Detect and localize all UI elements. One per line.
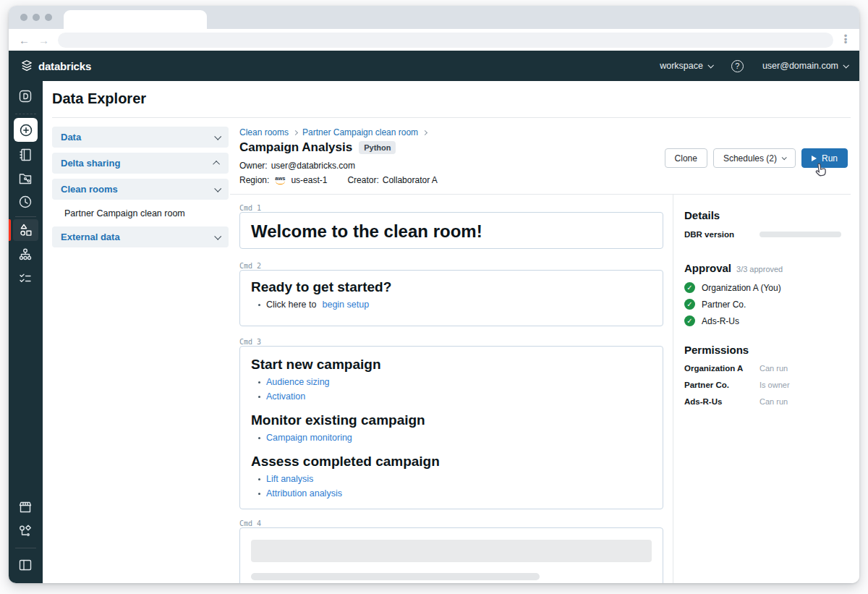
cell-heading: Assess completed campaign [251,454,652,470]
back-arrow-icon[interactable]: ← [19,35,30,46]
divider [673,194,673,583]
nav-item-clean-rooms[interactable]: Clean rooms [52,179,229,200]
dbr-version-label: DBR version [684,230,734,239]
permission-name: Ads-R-Us [684,397,722,406]
cell-heading: Start new campaign [251,357,652,373]
data-explorer-shapes-icon[interactable] [13,219,38,241]
nav-item-label: Clean rooms [61,184,118,195]
divider [230,194,851,195]
nav-item-partner-campaign-clean-room[interactable]: Partner Campaign clean room [52,205,229,222]
audience-sizing-link[interactable]: Audience sizing [266,377,330,387]
workspace-switcher[interactable]: workspace [660,61,712,71]
chevron-down-icon [782,155,787,160]
placeholder-block [251,540,652,562]
user-menu[interactable]: user@domain.com [762,61,848,71]
approval-header: Approval 3/3 approved [684,262,783,274]
nav-item-data[interactable]: Data [52,127,229,148]
traffic-lights [20,14,52,21]
marketplace-storefront-icon[interactable] [17,499,33,515]
nav-item-label: Data [61,132,81,143]
workspace-notebook-icon[interactable] [17,147,33,163]
partner-connect-shapes-icon[interactable] [17,523,33,539]
browser-navbar: ← → ••• [9,29,859,51]
creator-label: Creator: [347,175,378,185]
chevron-down-icon [214,185,221,192]
schedules-button[interactable]: Schedules (2) [713,148,796,168]
tasks-checklist-icon[interactable] [17,271,33,287]
databricks-d-icon[interactable] [17,88,33,104]
workflows-orgchart-icon[interactable] [17,247,33,263]
aws-logo-icon: aws [273,177,286,184]
cell-bullet-row: Campaign monitoring [258,433,652,443]
recents-clock-icon[interactable] [17,194,33,210]
owner-line: Owner: user@databricks.com [239,161,355,171]
details-title: Details [684,209,720,221]
check-icon: ✓ [684,282,695,293]
attribution-analysis-link[interactable]: Attribution analysis [266,488,342,498]
notebook-actions: Clone Schedules (2) Run [665,148,848,168]
user-email: user@domain.com [762,61,838,71]
window-minimize-icon[interactable] [33,14,40,21]
approval-title: Approval [684,262,731,274]
window-zoom-icon[interactable] [45,14,52,21]
window-close-icon[interactable] [20,14,27,21]
approver-row: ✓ Organization A (You) [684,282,781,293]
databricks-logo[interactable]: databricks [20,59,91,72]
divider [15,216,36,217]
help-icon[interactable]: ? [731,60,744,72]
cell-bullet-row: Click here to begin setup [258,300,652,310]
approver-row: ✓ Partner Co. [684,299,746,310]
browser-menu-icon[interactable]: ••• [842,35,849,46]
breadcrumb-link[interactable]: Partner Campaign clean room [302,127,418,137]
cell-section: Monitor existing campaign Campaign monit… [251,412,652,443]
placeholder-bar [251,573,540,580]
cell-bullet-row: Audience sizing [258,377,652,387]
notebook-cell-1[interactable]: Welcome to the clean room! [239,212,663,249]
notebook-cell-3[interactable]: Start new campaign Audience sizing Activ… [239,346,663,509]
bullet-icon [258,478,260,480]
approver-name: Ads-R-Us [702,316,739,326]
nav-item-delta-sharing[interactable]: Delta sharing [52,153,229,174]
cell-section: Start new campaign Audience sizing Activ… [251,357,652,402]
cell-heading: Monitor existing campaign [251,412,652,428]
begin-setup-link[interactable]: begin setup [322,300,369,310]
clone-button[interactable]: Clone [665,148,707,168]
approver-row: ✓ Ads-R-Us [684,315,739,326]
nav-item-external-data[interactable]: External data [52,226,229,247]
region-label: Region: [239,175,269,185]
check-icon: ✓ [684,315,695,326]
dbr-version-placeholder [760,232,841,237]
forward-arrow-icon[interactable]: → [38,35,49,46]
region-value: us-east-1 [291,175,327,185]
cmd-label: Cmd 1 [239,204,261,212]
cell-heading: Ready to get started? [251,279,652,295]
language-badge: Python [359,141,396,154]
panel-toggle-icon[interactable] [17,557,33,573]
url-bar[interactable] [58,33,833,48]
campaign-monitoring-link[interactable]: Campaign monitoring [266,433,352,443]
check-icon: ✓ [684,299,695,310]
activation-link[interactable]: Activation [266,391,305,402]
repos-folder-icon[interactable] [17,171,33,187]
permissions-title: Permissions [684,344,749,356]
browser-tab[interactable] [64,10,207,29]
bullet-icon [258,396,260,398]
page-title: Data Explorer [52,90,146,107]
cell-bullet-row: Attribution analysis [258,488,652,498]
chevron-down-icon [707,62,713,68]
run-button[interactable]: Run [801,148,848,168]
bullet-text: Click here to [266,300,316,310]
cell-section: Assess completed campaign Lift analysis … [251,454,652,498]
notebook-cell-2[interactable]: Ready to get started? Click here to begi… [239,270,663,326]
notebook-cell-4[interactable] [239,527,663,583]
cmd-label: Cmd 2 [239,262,261,270]
chevron-down-icon [214,133,221,140]
cell-heading: Welcome to the clean room! [251,221,652,242]
cmd-label: Cmd 3 [239,338,261,346]
lift-analysis-link[interactable]: Lift analysis [266,474,313,484]
breadcrumb-link[interactable]: Clean rooms [239,127,289,137]
divider [52,117,851,118]
screenshot-canvas: ← → ••• databricks workspace [0,0,868,594]
approval-status: 3/3 approved [736,265,783,273]
new-plus-icon[interactable] [14,118,38,142]
